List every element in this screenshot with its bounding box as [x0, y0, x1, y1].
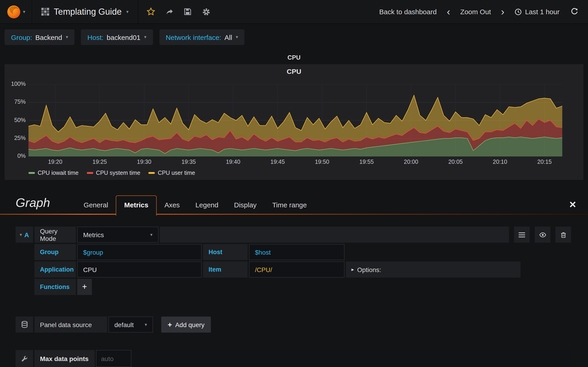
- refresh-button[interactable]: [569, 8, 580, 16]
- add-function-button[interactable]: +: [77, 279, 92, 295]
- x-axis-label: 19:25: [93, 159, 107, 165]
- dashboard-actions: [138, 0, 215, 23]
- functions-label: Functions: [35, 279, 76, 295]
- caret-down-icon: ▾: [150, 232, 153, 237]
- query-editor: ▾ A Query Mode Metrics ▾: [16, 227, 571, 295]
- item-label: Item: [203, 261, 248, 277]
- variable-network-interface[interactable]: Network interface: All ▾: [159, 29, 244, 45]
- datasource-label: Panel data source: [35, 317, 107, 333]
- legend-swatch-icon: [28, 172, 35, 174]
- caret-down-icon: ▾: [66, 35, 68, 40]
- legend-swatch-icon: [87, 172, 93, 174]
- chart-title: CPU: [5, 64, 583, 75]
- save-button[interactable]: [180, 0, 196, 23]
- navbar-right: Back to dashboard ‹ Zoom Out › Last 1 ho…: [379, 0, 588, 23]
- add-query-button[interactable]: + Add query: [161, 317, 211, 333]
- wrench-icon: [21, 355, 28, 362]
- caret-right-icon: ▸: [351, 267, 354, 272]
- star-icon: [147, 7, 156, 16]
- tab-general[interactable]: General: [76, 196, 116, 215]
- caret-down-icon: ▾: [236, 35, 238, 40]
- add-query-label: Add query: [175, 321, 205, 328]
- back-to-dashboard-link[interactable]: Back to dashboard: [379, 8, 437, 16]
- variable-group[interactable]: Group: Backend ▾: [5, 29, 75, 45]
- tab-axes[interactable]: Axes: [157, 196, 188, 215]
- query-delete-button[interactable]: [555, 227, 571, 243]
- chevron-right-icon[interactable]: ›: [500, 7, 505, 17]
- grafana-app: ▾ Templating Guide ▾: [0, 0, 588, 367]
- query-mode-value: Metrics: [83, 231, 104, 238]
- x-axis-label: 19:20: [48, 159, 62, 165]
- group-field[interactable]: $group: [77, 244, 202, 260]
- options-toggle[interactable]: ▸ Options:: [346, 261, 520, 277]
- x-axis-label: 19:55: [359, 159, 374, 165]
- dashboard-title: Templating Guide: [54, 7, 122, 17]
- panel-title[interactable]: CPU: [0, 54, 588, 61]
- y-axis-label: 100%: [6, 81, 26, 87]
- tab-legend[interactable]: Legend: [188, 196, 226, 215]
- share-icon: [165, 8, 174, 16]
- chevron-left-icon[interactable]: ‹: [446, 7, 451, 17]
- host-label: Host: [203, 244, 248, 260]
- close-icon[interactable]: ×: [569, 199, 576, 215]
- datasource-row: Panel data source default ▾ + Add query: [16, 317, 571, 333]
- legend-label: CPU iowait time: [38, 170, 78, 176]
- x-axis-label: 19:40: [226, 159, 241, 165]
- trash-icon: [560, 231, 567, 238]
- y-axis: 0%25%50%75%100%: [6, 84, 26, 156]
- datasource-select[interactable]: default ▾: [108, 317, 153, 333]
- panel-options-icon-cell: [16, 350, 33, 367]
- template-variables-row: Group: Backend ▾ Host: backend01 ▾ Netwo…: [0, 24, 588, 50]
- variable-host[interactable]: Host: backend01 ▾: [81, 29, 153, 45]
- panel-editor-header: Graph General Metrics Axes Legend Displa…: [0, 180, 588, 215]
- plus-icon: +: [168, 320, 172, 329]
- grafana-menu[interactable]: ▾: [0, 0, 32, 23]
- y-axis-label: 25%: [6, 135, 26, 141]
- query-toggle-visibility-button[interactable]: [535, 227, 550, 243]
- legend-swatch-icon: [149, 172, 155, 174]
- caret-down-icon: ▾: [144, 35, 146, 40]
- max-data-points-label: Max data points: [35, 350, 95, 367]
- chart-plot[interactable]: 0%25%50%75%100% 19:2019:2519:3019:3519:4…: [28, 84, 562, 156]
- variable-value: All: [225, 33, 232, 41]
- share-button[interactable]: [161, 0, 178, 23]
- legend-item[interactable]: CPU iowait time: [28, 170, 78, 176]
- host-field[interactable]: $host: [249, 244, 345, 260]
- legend-item[interactable]: CPU system time: [87, 170, 140, 176]
- item-field[interactable]: /CPU/: [249, 261, 345, 277]
- max-data-points-row: Max data points: [16, 350, 571, 367]
- save-icon: [184, 8, 192, 16]
- tab-time-range[interactable]: Time range: [264, 196, 315, 215]
- tab-display[interactable]: Display: [226, 196, 264, 215]
- caret-down-icon: ▾: [20, 232, 22, 237]
- x-axis-label: 19:35: [182, 159, 196, 165]
- query-row-application-item: Application CPU Item /CPU/ ▸ Options:: [35, 261, 571, 277]
- legend-label: CPU system time: [96, 170, 140, 176]
- settings-button[interactable]: [198, 0, 215, 23]
- zoom-out-link[interactable]: Zoom Out: [460, 8, 491, 16]
- editor-tabs: General Metrics Axes Legend Display Time…: [76, 195, 315, 215]
- y-axis-label: 75%: [6, 99, 26, 105]
- query-menu-button[interactable]: [514, 227, 530, 243]
- query-mode-select[interactable]: Metrics ▾: [77, 227, 158, 243]
- eye-icon: [539, 231, 546, 238]
- star-button[interactable]: [143, 0, 159, 23]
- query-ref-toggle[interactable]: ▾ A: [16, 227, 33, 243]
- caret-down-icon: ▾: [145, 322, 147, 327]
- time-range-picker[interactable]: Last 1 hour: [515, 8, 560, 16]
- query-row-functions: Functions +: [35, 279, 571, 295]
- tab-metrics[interactable]: Metrics: [116, 195, 157, 216]
- top-navbar: ▾ Templating Guide ▾: [0, 0, 588, 24]
- datasource-icon-cell: [16, 317, 33, 333]
- application-field[interactable]: CPU: [77, 261, 202, 277]
- legend-item[interactable]: CPU user time: [149, 170, 195, 176]
- max-data-points-filler: [133, 350, 571, 367]
- group-label: Group: [35, 244, 76, 260]
- graph-panel: CPU 0%25%50%75%100% 19:2019:2519:3019:35…: [5, 64, 583, 180]
- dashboard-title-menu[interactable]: Templating Guide ▾: [32, 0, 138, 23]
- x-axis-label: 19:30: [137, 159, 151, 165]
- datasource-value: default: [114, 321, 134, 328]
- max-data-points-input[interactable]: [96, 350, 131, 367]
- variable-label: Host:: [87, 33, 104, 41]
- grafana-logo-icon: [6, 4, 21, 19]
